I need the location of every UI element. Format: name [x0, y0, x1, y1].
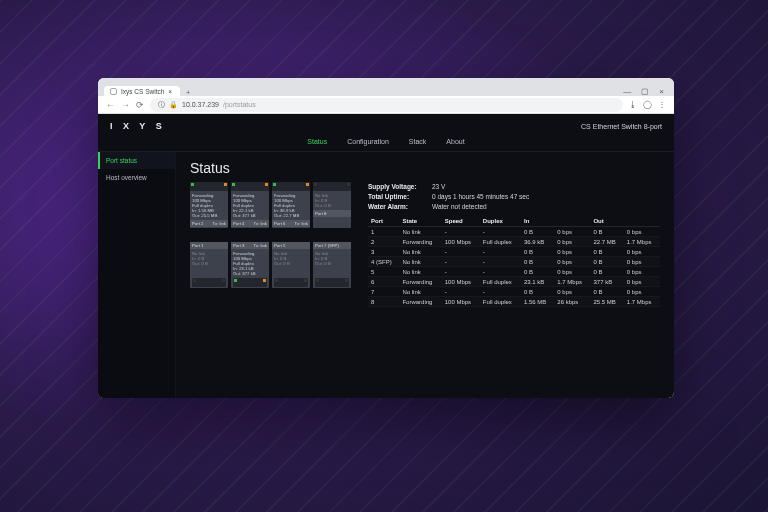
- cell-in_r: 0 bps: [554, 237, 590, 247]
- window-close-icon[interactable]: ×: [659, 87, 664, 96]
- cell-out_b: 0 B: [590, 267, 623, 277]
- th-port: Port: [368, 216, 399, 227]
- site-info-icon[interactable]: ⓘ: [158, 100, 165, 110]
- rj45-jack-icon: [192, 278, 226, 287]
- table-row: 8Forwarding100 MbpsFull duplex1.56 MB26 …: [368, 297, 660, 307]
- cell-duplex: Full duplex: [480, 237, 521, 247]
- activity-led-icon: [347, 183, 350, 186]
- cell-out_r: 0 bps: [624, 267, 660, 277]
- cell-state: No link: [399, 267, 441, 277]
- cell-in_b: 0 B: [521, 287, 554, 297]
- cell-speed: 100 Mbps: [442, 277, 480, 287]
- cell-out_b: 22.7 MB: [590, 237, 623, 247]
- port-card[interactable]: Port 6Tx: linkForwarding100 MbpsFull dup…: [272, 182, 310, 228]
- nav-configuration[interactable]: Configuration: [347, 138, 389, 151]
- cell-state: No link: [399, 247, 441, 257]
- cell-out_b: 0 B: [590, 247, 623, 257]
- port-card[interactable]: Port 1No linkIn: 0 BOut: 0 B: [190, 242, 228, 288]
- window-minimize-icon[interactable]: —: [623, 87, 631, 96]
- th-in: In: [521, 216, 590, 227]
- cell-speed: -: [442, 267, 480, 277]
- back-icon[interactable]: ←: [106, 100, 115, 110]
- app-root: I X Y S CS Ethernet Switch 8-port Status…: [98, 114, 674, 398]
- rj45-jack-icon: [315, 278, 349, 287]
- port-diagram: Port 2Tx: linkForwarding100 MbpsFull dup…: [190, 182, 354, 307]
- water-alarm-value: Water not detected: [432, 203, 487, 210]
- cell-out_r: 0 bps: [624, 277, 660, 287]
- cell-speed: -: [442, 287, 480, 297]
- cell-in_r: 1.7 Mbps: [554, 277, 590, 287]
- activity-led-icon: [304, 279, 307, 282]
- cell-out_b: 377 kB: [590, 277, 623, 287]
- address-bar[interactable]: ⓘ 🔒 10.0.37.239/portstatus: [150, 98, 623, 112]
- cell-state: Forwarding: [399, 277, 441, 287]
- th-speed: Speed: [442, 216, 480, 227]
- cell-state: Forwarding: [399, 237, 441, 247]
- tab-close-icon[interactable]: ×: [168, 88, 172, 95]
- activity-led-icon: [224, 183, 227, 186]
- cell-duplex: Full duplex: [480, 277, 521, 287]
- cell-duplex: -: [480, 267, 521, 277]
- sidebar-item-port-status[interactable]: Port status: [98, 152, 175, 169]
- browser-tab[interactable]: Ixys CS Switch ×: [104, 86, 180, 96]
- nav-status[interactable]: Status: [307, 138, 327, 151]
- system-info: Supply Voltage:23 V Total Uptime:0 days …: [368, 182, 660, 212]
- url-host: 10.0.37.239: [182, 101, 219, 108]
- cell-port: 8: [368, 297, 399, 307]
- cell-duplex: -: [480, 247, 521, 257]
- cell-in_r: 0 bps: [554, 247, 590, 257]
- link-led-icon: [193, 279, 196, 282]
- new-tab-button[interactable]: +: [180, 89, 196, 96]
- cell-state: No link: [399, 287, 441, 297]
- activity-led-icon: [263, 279, 266, 282]
- cell-duplex: -: [480, 257, 521, 267]
- cell-in_r: 0 bps: [554, 267, 590, 277]
- top-nav: Status Configuration Stack About: [98, 138, 674, 152]
- cell-port: 4 (SFP): [368, 257, 399, 267]
- browser-toolbar: ← → ⟳ ⓘ 🔒 10.0.37.239/portstatus ⭳ ◯ ⋮: [98, 96, 674, 114]
- table-row: 3No link--0 B0 bps0 B0 bps: [368, 247, 660, 257]
- rj45-jack-icon: [233, 278, 267, 287]
- menu-icon[interactable]: ⋮: [658, 100, 666, 109]
- cell-out_r: 1.7 Mbps: [624, 237, 660, 247]
- port-card[interactable]: Port 4Tx: linkForwarding100 MbpsFull dup…: [231, 182, 269, 228]
- page-title: Status: [190, 160, 660, 176]
- nav-about[interactable]: About: [446, 138, 464, 151]
- rj45-jack-icon: [231, 182, 269, 191]
- download-icon[interactable]: ⭳: [629, 100, 637, 109]
- cell-out_b: 25.5 MB: [590, 297, 623, 307]
- sidebar-item-host-overview[interactable]: Host overview: [98, 169, 175, 186]
- link-led-icon: [275, 279, 278, 282]
- link-led-icon: [314, 183, 317, 186]
- activity-led-icon: [306, 183, 309, 186]
- nav-stack[interactable]: Stack: [409, 138, 427, 151]
- browser-tabbar: Ixys CS Switch × + — ▢ ×: [98, 78, 674, 96]
- rj45-jack-icon: [272, 182, 310, 191]
- port-card[interactable]: Port 7 (SFP)No linkIn: 0 BOut: 0 B: [313, 242, 351, 288]
- cell-state: No link: [399, 257, 441, 267]
- cell-in_b: 23.1 kB: [521, 277, 554, 287]
- favicon: [110, 88, 117, 95]
- cell-out_r: 0 bps: [624, 247, 660, 257]
- window-maximize-icon[interactable]: ▢: [641, 87, 649, 96]
- cell-out_b: 0 B: [590, 287, 623, 297]
- port-card[interactable]: Port 3Tx: linkForwarding100 MbpsFull dup…: [231, 242, 269, 288]
- forward-icon[interactable]: →: [121, 100, 130, 110]
- port-card[interactable]: Port 2Tx: linkForwarding100 MbpsFull dup…: [190, 182, 228, 228]
- account-icon[interactable]: ◯: [643, 100, 652, 109]
- cell-in_b: 0 B: [521, 257, 554, 267]
- port-card[interactable]: Port 8No linkIn: 0 BOut: 0 B: [313, 182, 351, 228]
- port-card[interactable]: Port 5No linkIn: 0 BOut: 0 B: [272, 242, 310, 288]
- cell-out_b: 0 B: [590, 257, 623, 267]
- cell-in_b: 0 B: [521, 267, 554, 277]
- port-row-bottom: Port 1No linkIn: 0 BOut: 0 BPort 3Tx: li…: [190, 242, 354, 288]
- water-alarm-label: Water Alarm:: [368, 202, 432, 212]
- link-led-icon: [191, 183, 194, 186]
- reload-icon[interactable]: ⟳: [136, 100, 144, 110]
- cell-port: 5: [368, 267, 399, 277]
- th-state: State: [399, 216, 441, 227]
- cell-in_b: 36.9 kB: [521, 237, 554, 247]
- cell-speed: 100 Mbps: [442, 297, 480, 307]
- port-row-top: Port 2Tx: linkForwarding100 MbpsFull dup…: [190, 182, 354, 228]
- activity-led-icon: [222, 279, 225, 282]
